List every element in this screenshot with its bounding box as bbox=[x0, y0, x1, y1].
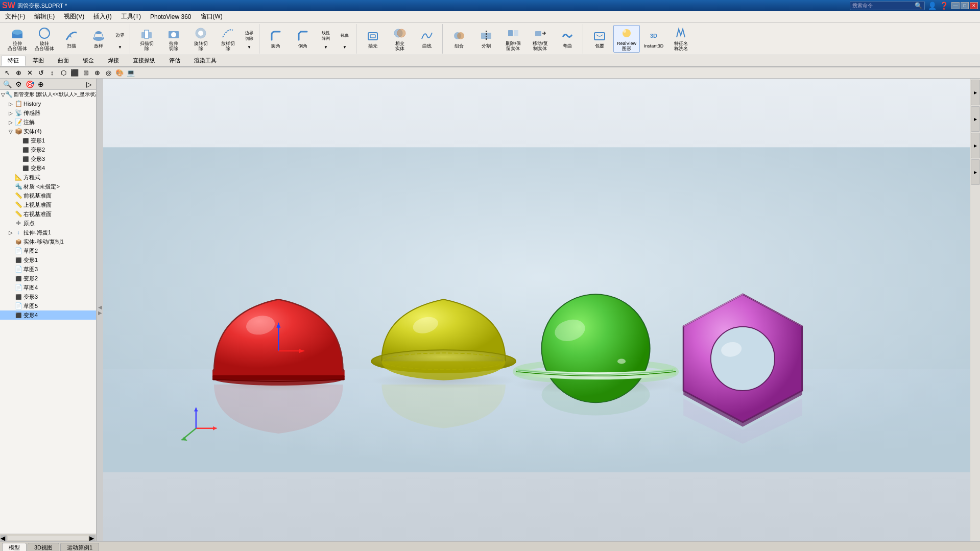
tree-sketch2[interactable]: 📄 草图2 bbox=[0, 246, 96, 255]
zoom-area-button[interactable]: ⊕ bbox=[13, 68, 23, 78]
tab-motion[interactable]: 运动算例1 bbox=[60, 543, 99, 551]
section-button[interactable]: ⊞ bbox=[81, 68, 91, 78]
swept-cut-button[interactable]: 放样切除 bbox=[214, 25, 241, 53]
tab-sketch[interactable]: 草图 bbox=[26, 56, 51, 66]
tree-sketch3[interactable]: 📄 草图3 bbox=[0, 265, 96, 274]
right-btn-3[interactable]: ▶ bbox=[971, 133, 980, 158]
deform-button[interactable]: 弯曲 bbox=[554, 25, 581, 53]
tree-bodies[interactable]: ▽ 📦 实体(4) bbox=[0, 127, 96, 136]
wireframe-button[interactable]: ⬡ bbox=[58, 68, 68, 78]
move-body-button[interactable]: 移动/复制实体 bbox=[527, 25, 554, 53]
root-expand[interactable]: ▽ bbox=[1, 91, 5, 98]
light-button[interactable]: ⊕ bbox=[92, 68, 102, 78]
boss-base-button[interactable]: 拉伸凸台/基体 bbox=[4, 25, 31, 53]
delete-keep-button[interactable]: 删除/保留实体 bbox=[500, 25, 527, 53]
panel-icon-1[interactable]: 🔍 bbox=[2, 80, 12, 89]
tab-model[interactable]: 模型 bbox=[2, 543, 27, 551]
shell-button[interactable]: 抽壳 bbox=[360, 25, 386, 53]
tree-move-body[interactable]: 📦 实体-移动/复制1 bbox=[0, 237, 96, 246]
split-button[interactable]: 分割 bbox=[473, 25, 499, 53]
instant3d-button[interactable]: 3D Instant3D bbox=[640, 25, 667, 53]
menu-edit[interactable]: 编辑(E) bbox=[30, 11, 59, 22]
panel-resize-handle[interactable]: ◀▶ bbox=[97, 79, 103, 541]
sweep-button[interactable]: 扫描 bbox=[58, 25, 85, 53]
tree-body1[interactable]: ⬛ 变形1 bbox=[0, 136, 96, 145]
tree-deform3[interactable]: ⬛ 变形3 bbox=[0, 292, 96, 301]
chamfer-button[interactable]: 倒角 bbox=[290, 25, 316, 53]
tree-body3[interactable]: ⬛ 变形3 bbox=[0, 154, 96, 163]
tree-right-plane[interactable]: 📏 右视基准面 bbox=[0, 209, 96, 219]
intersect-button[interactable]: 相交实体 bbox=[387, 25, 413, 53]
search-input[interactable]: 搜索命令 bbox=[852, 2, 914, 9]
menu-file[interactable]: 文件(F) bbox=[1, 11, 29, 22]
loft-button[interactable]: 放样 bbox=[85, 25, 112, 53]
panel-expand-button[interactable]: ▷ bbox=[84, 80, 94, 89]
tree-history[interactable]: ▷ 📋 History bbox=[0, 99, 96, 108]
tab-sheet-metal[interactable]: 钣金 bbox=[76, 56, 101, 66]
maximize-button[interactable]: □ bbox=[961, 2, 969, 9]
right-btn-1[interactable]: ▶ bbox=[971, 80, 980, 105]
panel-scrollbar[interactable]: ◀ ▶ bbox=[0, 534, 96, 541]
tab-render[interactable]: 渲染工具 bbox=[187, 56, 223, 66]
tab-weldment[interactable]: 焊接 bbox=[101, 56, 126, 66]
panel-icon-3[interactable]: 🎯 bbox=[25, 80, 35, 89]
boundary-cut-dropdown[interactable]: ▼ bbox=[242, 42, 257, 53]
tree-sketch4[interactable]: 📄 草图4 bbox=[0, 283, 96, 292]
tree-deform1[interactable]: ⬛ 变形1 bbox=[0, 255, 96, 265]
right-btn-2[interactable]: ▶ bbox=[971, 106, 980, 132]
tree-body2[interactable]: ⬛ 变形2 bbox=[0, 145, 96, 154]
mirror-dropdown[interactable]: ▼ bbox=[336, 42, 354, 53]
tab-direct-edit[interactable]: 直接操纵 bbox=[126, 56, 162, 66]
revolved-cut-button[interactable]: 旋转切除 bbox=[187, 25, 214, 53]
zoom-fit-button[interactable]: ↖ bbox=[2, 68, 12, 78]
pattern-dropdown[interactable]: ▼ bbox=[317, 42, 335, 53]
extrude-cut-button[interactable]: 扫描切除 bbox=[133, 25, 160, 53]
hole-wizard-button[interactable]: 拉伸切除 bbox=[160, 25, 187, 53]
tab-3d-view[interactable]: 3D视图 bbox=[28, 543, 59, 551]
pan-button[interactable]: ✕ bbox=[25, 68, 35, 78]
revolved-boss-button[interactable]: 旋转凸台/基体 bbox=[31, 25, 58, 53]
tree-body4[interactable]: ⬛ 变形4 bbox=[0, 163, 96, 173]
combine-button[interactable]: 组合 bbox=[446, 25, 472, 53]
panel-icon-2[interactable]: ⚙ bbox=[13, 80, 23, 89]
tree-sketch5[interactable]: 📄 草图5 bbox=[0, 301, 96, 310]
minimize-button[interactable]: — bbox=[951, 2, 960, 9]
viewport[interactable]: ▶ ▶ ▶ ▶ bbox=[103, 79, 980, 541]
menu-view[interactable]: 视图(V) bbox=[60, 11, 88, 22]
feature-name-button[interactable]: 特征名称洗名 bbox=[667, 25, 694, 53]
tab-feature[interactable]: 特征 bbox=[1, 56, 26, 66]
menu-insert[interactable]: 插入(I) bbox=[89, 11, 115, 22]
solid-button[interactable]: ⬛ bbox=[69, 68, 80, 78]
tree-deform4[interactable]: ⬛ 变形4 bbox=[0, 310, 96, 320]
realview-button[interactable]: RealView图形 bbox=[613, 25, 640, 53]
tree-sensors[interactable]: ▷ 📡 传感器 bbox=[0, 108, 96, 117]
user-icon[interactable]: 👤 bbox=[928, 2, 937, 10]
boundary-cut-button[interactable]: 边界切除 bbox=[242, 29, 257, 42]
search-icon[interactable]: 🔍 bbox=[915, 2, 922, 9]
annotations-expand[interactable]: ▷ bbox=[7, 118, 14, 126]
display-button[interactable]: 💻 bbox=[126, 68, 136, 78]
tree-front-plane[interactable]: 📏 前视基准面 bbox=[0, 191, 96, 200]
tree-root[interactable]: ▽ 🔧 圆管变形 (默认人<<默认人>_显示状态 1>) bbox=[0, 90, 96, 99]
tree-deform2[interactable]: ⬛ 变形2 bbox=[0, 274, 96, 283]
bodies-expand[interactable]: ▽ bbox=[7, 128, 14, 135]
menu-window[interactable]: 窗口(W) bbox=[197, 11, 227, 22]
panel-icon-4[interactable]: ⊕ bbox=[36, 80, 46, 89]
menu-photoview[interactable]: PhotoView 360 bbox=[146, 12, 196, 21]
close-button[interactable]: ✕ bbox=[970, 2, 978, 9]
rotate-button[interactable]: ↺ bbox=[36, 68, 46, 78]
menu-tools[interactable]: 工具(T) bbox=[117, 11, 145, 22]
boundary-dropdown[interactable]: ▼ bbox=[112, 42, 128, 53]
wrap-button[interactable]: 包覆 bbox=[586, 25, 613, 53]
scene-button[interactable]: 🎨 bbox=[114, 68, 125, 78]
tree-extrude1[interactable]: ▷ ↕ 拉伸-海蛋1 bbox=[0, 228, 96, 237]
sensors-expand[interactable]: ▷ bbox=[7, 109, 14, 116]
boundary-boss-button[interactable]: 边界 bbox=[112, 29, 128, 42]
fillet-button[interactable]: 圆角 bbox=[262, 25, 289, 53]
tree-annotations[interactable]: ▷ 📝 注解 bbox=[0, 117, 96, 127]
tree-top-plane[interactable]: 📏 上视基准面 bbox=[0, 200, 96, 209]
right-btn-4[interactable]: ▶ bbox=[971, 159, 980, 185]
curve-button[interactable]: 曲线 bbox=[414, 25, 440, 53]
mirror-button[interactable]: 镜像 bbox=[336, 29, 354, 42]
extrude1-expand[interactable]: ▷ bbox=[7, 229, 14, 236]
